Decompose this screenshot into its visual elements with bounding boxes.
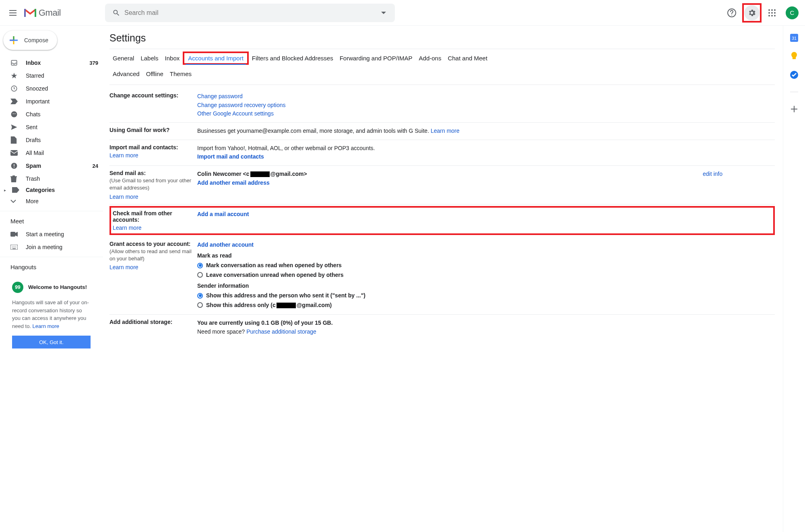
check-mail-learn-more-link[interactable]: Learn more xyxy=(113,225,197,231)
tab-accounts-import[interactable]: Accounts and Import xyxy=(186,54,246,65)
other-settings-link[interactable]: Other Google Account settings xyxy=(197,110,274,117)
redacted-text xyxy=(277,303,296,308)
star-icon xyxy=(10,72,19,79)
hangouts-promo: 99 Welcome to Hangouts! Hangouts will sa… xyxy=(12,282,91,348)
sidebar-item-spam[interactable]: Spam 24 xyxy=(0,159,103,172)
change-recovery-link[interactable]: Change password recovery options xyxy=(197,102,285,108)
search-icon[interactable] xyxy=(108,9,124,17)
gmail-icon xyxy=(24,8,36,18)
mark-read-option[interactable]: Mark conversation as read when opened by… xyxy=(197,261,775,270)
account-avatar[interactable]: C xyxy=(786,6,799,19)
join-meeting-button[interactable]: Join a meeting xyxy=(0,241,103,254)
separator xyxy=(790,92,798,92)
tasks-addon-button[interactable] xyxy=(790,71,798,79)
svg-point-7 xyxy=(768,12,770,14)
keep-icon xyxy=(791,52,798,61)
leave-unread-option[interactable]: Leave conversation unread when opened by… xyxy=(197,271,775,280)
tab-chat-meet[interactable]: Chat and Meet xyxy=(444,52,490,65)
tab-filters[interactable]: Filters and Blocked Addresses xyxy=(249,52,336,65)
tab-general[interactable]: General xyxy=(109,52,137,65)
settings-button[interactable] xyxy=(744,5,760,21)
row-import-mail: Import mail and contacts: Learn more Imp… xyxy=(109,140,775,166)
compose-label: Compose xyxy=(24,37,48,43)
trash-icon xyxy=(10,175,19,182)
edit-info-link[interactable]: edit info xyxy=(703,170,775,179)
google-apps-button[interactable] xyxy=(764,5,780,21)
tab-forwarding[interactable]: Forwarding and POP/IMAP xyxy=(336,52,416,65)
tab-themes[interactable]: Themes xyxy=(167,67,195,80)
keep-addon-button[interactable] xyxy=(790,52,798,60)
search-options-dropdown[interactable] xyxy=(376,10,392,15)
svg-point-8 xyxy=(771,12,773,14)
import-mail-contacts-link[interactable]: Import mail and contacts xyxy=(197,153,264,160)
hamburger-icon xyxy=(9,10,17,16)
svg-point-9 xyxy=(774,12,776,14)
support-button[interactable] xyxy=(724,5,740,21)
show-address-only-option[interactable]: Show this address only (c@gmail.com) xyxy=(197,301,775,310)
inbox-icon xyxy=(10,59,19,66)
keyboard-icon xyxy=(10,245,19,250)
sidebar-item-categories[interactable]: ▸ Categories xyxy=(0,185,103,195)
grant-access-learn-more-link[interactable]: Learn more xyxy=(109,264,197,270)
sidebar-item-important[interactable]: Important xyxy=(0,95,103,108)
help-icon xyxy=(727,8,737,18)
row-storage: Add additional storage: You are currentl… xyxy=(109,315,775,340)
sidebar-item-sent[interactable]: Sent xyxy=(0,121,103,134)
logo-text: Gmail xyxy=(39,8,61,18)
redacted-text xyxy=(250,171,270,177)
add-mail-account-link[interactable]: Add a mail account xyxy=(197,211,249,217)
main-content: Settings General Labels Inbox Accounts a… xyxy=(103,26,783,532)
svg-point-12 xyxy=(774,15,776,16)
tab-offline[interactable]: Offline xyxy=(143,67,167,80)
import-learn-more-link[interactable]: Learn more xyxy=(109,152,197,159)
search-input[interactable] xyxy=(124,9,376,16)
main-menu-button[interactable] xyxy=(3,3,23,23)
tab-labels[interactable]: Labels xyxy=(137,52,161,65)
hangouts-icon: 99 xyxy=(12,282,23,293)
svg-rect-1 xyxy=(35,9,36,17)
sidebar-item-snoozed[interactable]: Snoozed xyxy=(0,82,103,95)
row-grant-access: Grant access to your account: (Allow oth… xyxy=(109,237,775,315)
start-meeting-button[interactable]: Start a meeting xyxy=(0,228,103,241)
drafts-icon xyxy=(10,136,19,144)
calendar-addon-button[interactable]: 31 xyxy=(790,34,798,42)
sidebar-item-starred[interactable]: Starred xyxy=(0,69,103,82)
gsuite-learn-more-link[interactable]: Learn more xyxy=(431,128,460,134)
add-email-address-link[interactable]: Add another email address xyxy=(197,179,270,186)
sidebar-item-trash[interactable]: Trash xyxy=(0,172,103,185)
header: Gmail C xyxy=(0,0,805,26)
gmail-logo[interactable]: Gmail xyxy=(24,8,61,18)
show-sent-by-option[interactable]: Show this address and the person who sen… xyxy=(197,291,775,300)
purchase-storage-link[interactable]: Purchase additional storage xyxy=(246,328,316,335)
sidebar-item-chats[interactable]: Chats xyxy=(0,108,103,121)
search-box[interactable] xyxy=(105,4,395,22)
spam-icon xyxy=(10,162,19,169)
radio-icon xyxy=(197,272,203,278)
svg-point-17 xyxy=(14,113,15,114)
nav-list: Inbox 379 Starred Snoozed Important Chat… xyxy=(0,56,103,208)
mail-icon xyxy=(10,150,19,156)
compose-button[interactable]: Compose xyxy=(3,31,57,50)
tab-advanced[interactable]: Advanced xyxy=(109,67,143,80)
gear-icon xyxy=(747,8,756,17)
sidebar-item-allmail[interactable]: All Mail xyxy=(0,146,103,159)
plus-icon xyxy=(7,34,20,47)
svg-point-11 xyxy=(771,15,773,16)
sidebar-item-drafts[interactable]: Drafts xyxy=(0,134,103,146)
svg-rect-22 xyxy=(10,232,15,237)
get-addons-button[interactable] xyxy=(790,105,798,113)
hangouts-learn-more-link[interactable]: Learn more xyxy=(33,323,59,329)
tab-inbox[interactable]: Inbox xyxy=(162,52,183,65)
svg-point-10 xyxy=(768,15,770,16)
add-another-account-link[interactable]: Add another account xyxy=(197,241,254,248)
svg-point-5 xyxy=(771,9,773,11)
tab-accounts-highlight: Accounts and Import xyxy=(183,52,249,65)
settings-button-highlight xyxy=(742,3,762,23)
page-title: Settings xyxy=(109,32,775,44)
sidebar-item-inbox[interactable]: Inbox 379 xyxy=(0,56,103,69)
sidebar-item-more[interactable]: More xyxy=(0,195,103,208)
change-password-link[interactable]: Change password xyxy=(197,93,243,99)
hangouts-ok-button[interactable]: OK, Got it. xyxy=(12,336,91,348)
send-as-learn-more-link[interactable]: Learn more xyxy=(109,194,197,200)
tab-addons[interactable]: Add-ons xyxy=(416,52,445,65)
